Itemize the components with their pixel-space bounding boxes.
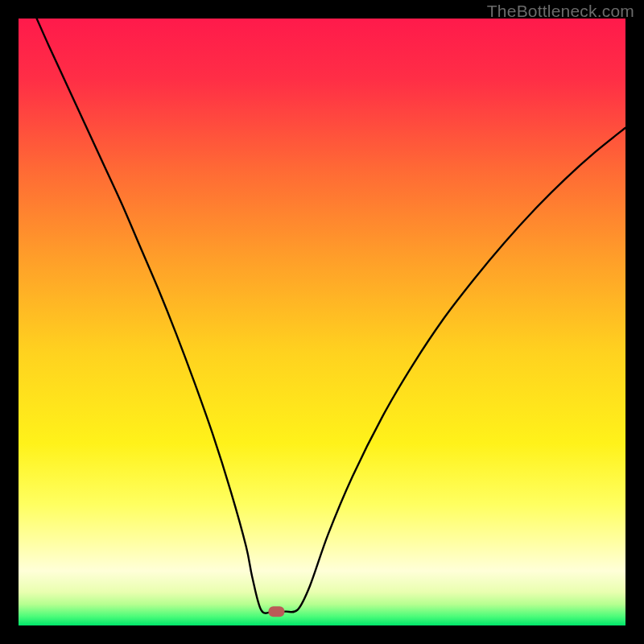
chart-frame: TheBottleneck.com [0,0,644,644]
chart-plot-area [19,19,625,625]
watermark-text: TheBottleneck.com [487,2,634,21]
chart-background [19,19,625,625]
chart-svg [19,19,625,625]
optimal-point-marker [268,606,284,617]
